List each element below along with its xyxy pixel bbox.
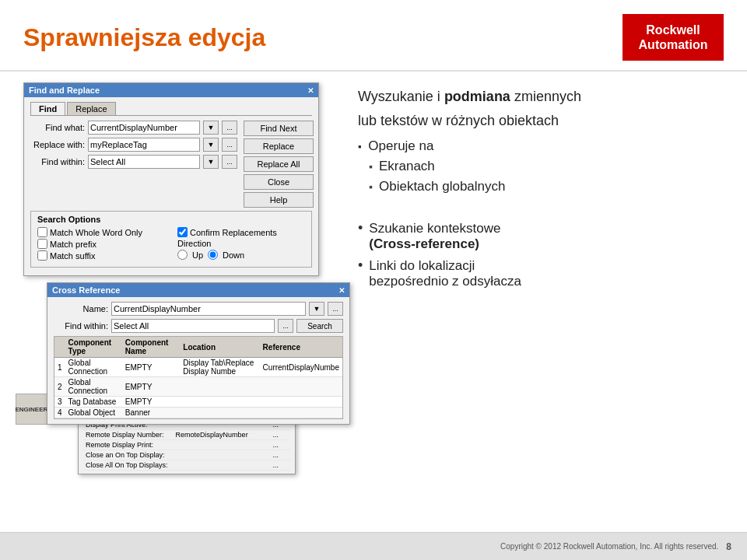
close-icon[interactable]: ✕: [307, 86, 314, 95]
replace-with-dropdown[interactable]: ▼: [203, 138, 219, 152]
sub-row-connection: Close an On Top Display:: [83, 450, 174, 460]
row-num: 3: [54, 397, 65, 408]
col-reference: Reference: [260, 337, 342, 358]
table-row: 4 Global Object Banner: [54, 408, 342, 418]
find-within-input[interactable]: [88, 155, 200, 169]
find-what-browse[interactable]: ...: [222, 121, 237, 135]
sub-row-connection: Remote Display Print:: [83, 440, 174, 450]
row-type: Global Connection: [65, 377, 122, 397]
table-row: 1 Global Connection EMPTY Display Tab\Re…: [54, 358, 342, 377]
cross-ref-name-dropdown[interactable]: ▼: [309, 302, 324, 316]
row-num: 1: [54, 358, 65, 377]
bullet-ekranach: ▪ Ekranach: [358, 159, 724, 174]
text-line1-suffix: zmiennych: [510, 89, 581, 104]
sub-row-connection: Close All On Top Displays:: [83, 460, 174, 471]
sub-row-expr: ...: [271, 430, 290, 440]
sub-heading-text: Operuje na: [368, 138, 433, 153]
page-title: Sprawniejsza edycja: [23, 23, 265, 52]
logo: Rockwell Automation: [622, 14, 724, 61]
main-content: Find and Replace ✕ Find Replace Find wha…: [0, 72, 747, 534]
col-num: [54, 337, 65, 358]
bullet-4-text: Linki do lokalizacji bezpośrednio z odsy…: [369, 258, 521, 289]
replace-with-input[interactable]: [88, 138, 200, 152]
match-suffix-check[interactable]: [37, 250, 47, 261]
match-prefix-row: Match prefix: [37, 239, 165, 249]
bullet-4-line1: Linki do lokalizacji: [369, 258, 475, 273]
text-line-2: lub tekstów w różnych obiektach: [358, 111, 724, 131]
row-location: [180, 397, 259, 408]
tab-find[interactable]: Find: [30, 102, 65, 115]
cross-ref-close-icon[interactable]: ✕: [338, 286, 345, 295]
confirm-replacements-row: Confirm Replacements: [177, 227, 305, 237]
row-num: 4: [54, 408, 65, 418]
cross-ref-within-browse[interactable]: ...: [278, 319, 293, 333]
find-what-dropdown[interactable]: ▼: [203, 121, 219, 135]
radio-down[interactable]: [208, 250, 218, 260]
find-replace-content: Find Replace Find what: ▼ ... Replace wi…: [24, 97, 318, 275]
text-line-1: Wyszukanie i podmiana zmiennych: [358, 87, 724, 107]
cross-ref-within-label: Find within:: [54, 321, 108, 331]
close-button[interactable]: Close: [244, 174, 314, 190]
bullet-1-text: Ekranach: [379, 159, 435, 174]
find-within-browse[interactable]: ...: [222, 155, 237, 169]
bullet-1-icon: ▪: [369, 160, 373, 173]
search-opts-left: Match Whole Word Only Match prefix Match…: [37, 227, 165, 262]
bullet-3-bold: (Cross-reference): [369, 236, 479, 251]
find-what-input[interactable]: [88, 121, 200, 135]
table-row: 2 Global Connection EMPTY: [54, 377, 342, 397]
sub-row-connection: Remote Display Number:: [83, 430, 174, 440]
match-whole-word-check[interactable]: [37, 227, 47, 237]
find-replace-title: Find and Replace: [29, 86, 100, 95]
cross-ref-within-input[interactable]: [111, 319, 275, 333]
help-button[interactable]: Help: [244, 192, 314, 208]
cross-ref-title: Cross Reference: [52, 285, 120, 295]
cross-ref-table-container: Component Type Component Name Location R…: [54, 336, 343, 419]
action-buttons: Find Next Replace Replace All Close Help: [244, 121, 314, 208]
find-what-row: Find what: ▼ ...: [30, 121, 237, 135]
radio-up[interactable]: [177, 250, 188, 260]
match-suffix-label: Match suffix: [50, 251, 96, 261]
match-whole-word-label: Match Whole Word Only: [50, 228, 142, 237]
row-location: Display Tab\Replace Display Numbe: [180, 358, 259, 377]
sub-heading: ▪ Operuje na: [358, 138, 724, 154]
bullet-obiektach: ▪ Obiektach globalnych: [358, 179, 724, 194]
find-within-dropdown[interactable]: ▼: [203, 155, 219, 169]
cross-ref-titlebar: Cross Reference ✕: [47, 283, 349, 297]
sub-row-tag: RemoteDisplayNumber: [174, 430, 254, 440]
direction-label: Direction: [177, 239, 305, 248]
cross-ref-name-browse[interactable]: ...: [328, 302, 343, 316]
row-reference: [260, 377, 342, 397]
cross-ref-content: Name: ▼ ... Find within: ... Search: [47, 297, 349, 424]
left-panel: Find and Replace ✕ Find Replace Find wha…: [16, 79, 342, 526]
list-item: Close All On Top Displays: ...: [83, 460, 290, 471]
row-type: Global Connection: [65, 358, 122, 377]
confirm-replacements-check[interactable]: [177, 227, 188, 237]
sub-row-tag2: [253, 450, 270, 460]
tab-replace[interactable]: Replace: [67, 102, 115, 115]
row-name: EMPTY: [122, 397, 180, 408]
text-section-1: Wyszukanie i podmiana zmiennych lub teks…: [358, 87, 724, 194]
cross-ref-name-input[interactable]: [111, 302, 306, 316]
confirm-col: Confirm Replacements Direction Up Down: [177, 227, 305, 262]
cross-ref-table: Component Type Component Name Location R…: [54, 337, 342, 418]
row-location: [180, 408, 259, 418]
col-component-name: Component Name: [122, 337, 180, 358]
replace-all-button[interactable]: Replace All: [244, 156, 314, 172]
bullet-3-prefix: Szukanie kontekstowe: [369, 221, 500, 236]
replace-with-browse[interactable]: ...: [222, 138, 237, 152]
match-whole-word-row: Match Whole Word Only: [37, 227, 165, 237]
match-prefix-check[interactable]: [37, 239, 47, 249]
list-item: Close an On Top Display: ...: [83, 450, 290, 460]
search-button[interactable]: Search: [296, 319, 343, 333]
match-prefix-label: Match prefix: [50, 240, 96, 249]
header: Sprawniejsza edycja Rockwell Automation: [0, 0, 747, 72]
sub-row-tag: [174, 450, 254, 460]
sub-row-tag: [174, 460, 254, 471]
match-suffix-row: Match suffix: [37, 250, 165, 261]
replace-button[interactable]: Replace: [244, 138, 314, 154]
find-next-button[interactable]: Find Next: [244, 121, 314, 136]
table-row: 3 Tag Database EMPTY: [54, 397, 342, 408]
cross-ref-dialog: Cross Reference ✕ Name: ▼ ... Find withi…: [47, 282, 350, 425]
row-name: EMPTY: [122, 377, 180, 397]
square-bullet-icon: ▪: [358, 141, 362, 152]
